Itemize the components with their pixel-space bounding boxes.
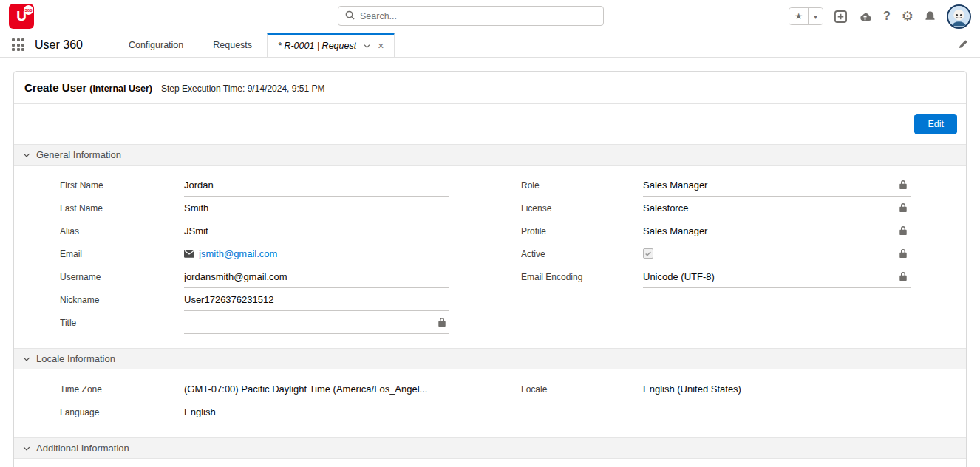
section-title: General Information xyxy=(36,149,121,160)
field-row: LanguageEnglish xyxy=(60,400,449,423)
field-label: Time Zone xyxy=(60,384,184,395)
lock-icon xyxy=(899,248,911,259)
app-logo: U 360 xyxy=(9,4,34,29)
lock-icon xyxy=(899,202,911,213)
card-header: Create User (Internal User) Step Executi… xyxy=(14,72,966,104)
field-label: Alias xyxy=(60,226,184,236)
chevron-down-icon xyxy=(22,444,31,453)
global-search-box xyxy=(338,6,604,26)
section-title: Additional Information xyxy=(36,443,129,454)
record-sections: General InformationFirst NameJordanLast … xyxy=(14,144,966,467)
field-row: Emailjsmith@gmail.com xyxy=(60,242,449,265)
field-label: Last Name xyxy=(60,203,184,214)
field-row: Title xyxy=(60,311,449,334)
section-title: Locale Information xyxy=(36,353,115,364)
main-content: Create User (Internal User) Step Executi… xyxy=(0,58,980,467)
chevron-down-icon xyxy=(22,355,31,364)
field-value: Sales Manager xyxy=(643,180,707,191)
field-label: Nickname xyxy=(60,295,184,305)
gear-icon[interactable]: ⚙ xyxy=(902,8,913,24)
field-row: NicknameUser1726376231512 xyxy=(60,288,449,311)
tab-chevron-down-icon[interactable] xyxy=(363,42,371,50)
field-row: Usernamejordansmith@gmail.com xyxy=(60,265,449,288)
field-row: First NameJordan xyxy=(60,174,449,197)
field-label: Username xyxy=(60,272,184,282)
global-actions-plus-icon[interactable] xyxy=(834,10,847,23)
field-value: Salesforce xyxy=(643,202,688,214)
field-label: Role xyxy=(521,180,643,191)
field-row: Last NameSmith xyxy=(60,197,449,219)
field-label: Title xyxy=(60,318,184,328)
field-value: English xyxy=(184,406,216,417)
section-header[interactable]: General Information xyxy=(14,144,966,166)
edit-button[interactable]: Edit xyxy=(914,114,957,134)
email-link[interactable]: jsmith@gmail.com xyxy=(199,248,277,259)
record-detail-card: Create User (Internal User) Step Executi… xyxy=(13,71,967,467)
page-title: Create User xyxy=(24,81,86,94)
lock-icon xyxy=(899,225,911,236)
field-row: RoleSales Manager xyxy=(521,174,911,197)
favorites-star-icon[interactable]: ★ xyxy=(789,8,808,24)
record-section: General InformationFirst NameJordanLast … xyxy=(14,144,966,348)
field-label: License xyxy=(521,203,643,214)
edit-page-pencil-icon[interactable] xyxy=(957,39,968,50)
field-row: Active xyxy=(521,242,911,265)
section-header[interactable]: Locale Information xyxy=(14,348,966,369)
record-section: Locale InformationTime Zone(GMT-07:00) P… xyxy=(14,348,966,437)
record-toolbar: Edit xyxy=(14,104,966,144)
field-row: ProfileSales Manager xyxy=(521,219,911,242)
field-label: First Name xyxy=(60,180,184,191)
search-icon xyxy=(345,10,355,23)
field-label: Profile xyxy=(521,226,643,236)
field-row: AliasJSmit xyxy=(60,219,449,242)
global-header: U 360 ★ ▾ ? ⚙ xyxy=(0,0,980,33)
field-row: Time Zone(GMT-07:00) Pacific Daylight Ti… xyxy=(60,378,449,400)
field-row: LicenseSalesforce xyxy=(521,197,911,219)
tab-request-label: * R-0001 | Request xyxy=(278,41,356,51)
field-value: User1726376231512 xyxy=(184,294,273,305)
field-label: Locale xyxy=(521,384,643,395)
tab-close-icon[interactable]: × xyxy=(378,40,384,52)
user-avatar[interactable] xyxy=(947,4,971,29)
favorites-caret-down-icon[interactable]: ▾ xyxy=(808,8,823,24)
field-value: English (United States) xyxy=(643,384,741,395)
page-subtitle: (Internal User) xyxy=(89,83,152,94)
lock-icon xyxy=(899,180,911,190)
section-header[interactable]: Additional Information xyxy=(14,437,966,459)
field-value: Smith xyxy=(184,202,208,214)
favorites-button-group: ★ ▾ xyxy=(789,7,823,25)
field-value: Jordan xyxy=(184,180,214,191)
field-value: Sales Manager xyxy=(643,225,707,236)
field-row: LocaleEnglish (United States) xyxy=(521,378,911,400)
tab-requests[interactable]: Requests xyxy=(198,33,267,57)
lock-icon xyxy=(899,271,911,282)
app-name: User 360 xyxy=(35,38,83,52)
field-value: JSmit xyxy=(184,225,208,236)
tab-configuration[interactable]: Configuration xyxy=(114,33,198,57)
chevron-down-icon xyxy=(22,151,31,160)
record-section: Additional InformationGenerate new passw… xyxy=(14,437,966,467)
field-row: Email EncodingUnicode (UTF-8) xyxy=(521,265,911,288)
app-logo-badge: 360 xyxy=(24,5,33,15)
help-icon[interactable]: ? xyxy=(883,10,891,23)
envelope-icon xyxy=(184,250,194,258)
app-launcher-icon[interactable] xyxy=(12,38,24,51)
field-label: Language xyxy=(60,407,184,417)
checkbox-checked-icon xyxy=(643,248,653,259)
search-input[interactable] xyxy=(360,11,596,21)
lock-icon xyxy=(438,317,449,327)
bell-icon[interactable] xyxy=(925,10,936,23)
field-value: jordansmith@gmail.com xyxy=(184,271,287,282)
app-navbar: User 360 Configuration Requests * R-0001… xyxy=(0,33,980,58)
field-value: Unicode (UTF-8) xyxy=(643,271,715,282)
field-value: (GMT-07:00) Pacific Daylight Time (Ameri… xyxy=(184,384,427,395)
field-label: Email Encoding xyxy=(521,272,643,282)
cloud-upload-icon[interactable] xyxy=(858,11,872,22)
field-label: Email xyxy=(60,249,184,259)
step-execution-time: Step Execution Time: 9/14/2024, 9:51 PM xyxy=(161,83,324,94)
tab-request-r0001[interactable]: * R-0001 | Request × xyxy=(267,33,395,57)
field-label: Active xyxy=(521,249,643,259)
